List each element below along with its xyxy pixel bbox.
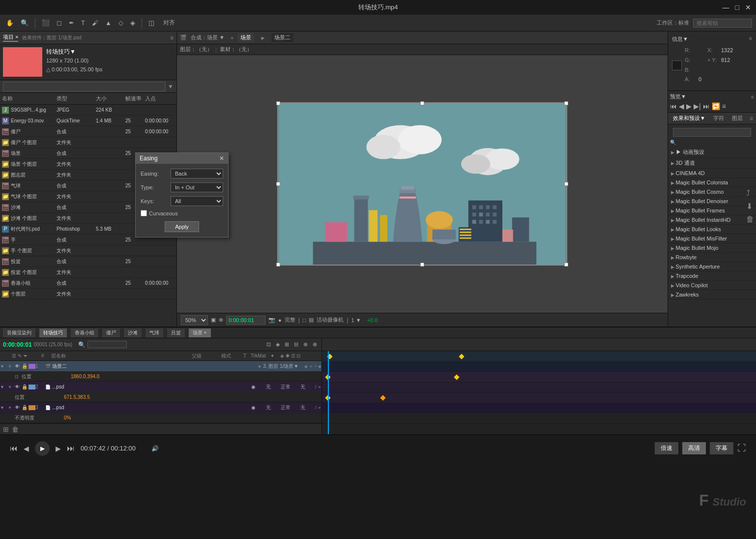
next-frame-btn[interactable]: ⏭ (67, 444, 75, 453)
close-btn[interactable]: ✕ (745, 3, 751, 11)
project-list-item-16[interactable]: 🎬香港小组合成250:00:00:00 (0, 278, 176, 289)
easing-select[interactable]: Back Bounce Elastic Sine (171, 169, 223, 179)
preview-next-btn[interactable]: ▶| (694, 102, 701, 110)
project-list-item-1[interactable]: MEnergy 03.movQuickTime1.4 MB250:00:00:0… (0, 116, 176, 126)
timeline-tab-beach[interactable]: 沙滩 (124, 329, 142, 337)
layer1-lock[interactable]: 🔒 (22, 363, 29, 369)
prev-btn[interactable]: ◀ (24, 445, 29, 452)
timeline-tool-3[interactable]: ⊞ (283, 341, 291, 348)
keyframe-3-2[interactable] (380, 395, 385, 400)
volume-icon[interactable]: 🔊 (151, 445, 159, 452)
info-panel-menu[interactable]: ≡ (749, 35, 752, 43)
effect-category-14[interactable]: Video Copilot (668, 281, 756, 290)
zoom-select[interactable]: 50%100%25% (181, 315, 208, 325)
quality-btn[interactable]: 高清 (682, 442, 706, 454)
effect-category-8[interactable]: Magic Bullet Looks (668, 225, 756, 234)
project-list-item-13[interactable]: 📁手 个图层文件夹 (0, 245, 176, 256)
brush-tool[interactable]: 🖌 (90, 18, 100, 28)
puppet-tool[interactable]: ◈ (128, 18, 137, 28)
preview-last-btn[interactable]: ⏭ (703, 102, 710, 110)
fit-btn[interactable]: ▣ (211, 317, 216, 323)
effect-category-6[interactable]: Magic Bullet Frames (668, 206, 756, 215)
text-tool[interactable]: T (79, 18, 87, 28)
layer1-vis[interactable]: 👁 (15, 363, 22, 369)
align-btn[interactable]: ◫ (146, 18, 156, 28)
timeline-tab-balloon[interactable]: 气球 (145, 329, 163, 337)
timeline-tab-hk[interactable]: 香港小组 (71, 329, 98, 337)
layer3-vis2[interactable]: ◉ (251, 405, 266, 410)
timeline-tab-zombie[interactable]: 僵尸 (102, 329, 120, 337)
effect-category-10[interactable]: Magic Bullet Mojo (668, 243, 756, 253)
tab-scene1[interactable]: 场景 (237, 33, 254, 42)
keyframe-1-2[interactable] (459, 354, 464, 359)
snapshot-btn[interactable]: 📷 (268, 317, 275, 323)
preview-menu-btn[interactable]: ≡ (751, 94, 754, 100)
search-help-input[interactable] (693, 19, 752, 28)
next-btn[interactable]: ▶ (56, 445, 61, 452)
effect-category-9[interactable]: Magic Bullet MisFilter (668, 234, 756, 243)
handle-midleft[interactable] (276, 182, 280, 186)
effect-category-0[interactable]: ▶ 动画预设 (668, 147, 756, 158)
apply-btn[interactable]: Apply (165, 221, 199, 232)
layer-row-2[interactable]: ▼ ☀ 👁 🔒 2 📄 ...psd ◉ 无 正常 无 / ≁ (0, 382, 321, 392)
layer2-vis[interactable]: 👁 (15, 384, 22, 389)
tab-scene2[interactable]: 场景二 (271, 33, 293, 42)
paragraph-tab[interactable]: 图层 (730, 114, 745, 123)
timeline-search-input[interactable] (87, 341, 127, 348)
effects-menu-btn[interactable]: ≡ (750, 115, 753, 122)
panel-menu-btn[interactable]: ≡ (170, 34, 174, 41)
subtitle-btn[interactable]: 字幕 (710, 442, 733, 454)
timeline-tool-6[interactable]: ⊗ (311, 341, 319, 348)
speed-btn[interactable]: 倍速 (655, 442, 678, 454)
layer-row-3[interactable]: ▼ ☀ 👁 🔒 3 📄 ...psd ◉ 无 正常 无 / ≁ (0, 402, 321, 413)
timeline-tab-scene[interactable]: 场景 × (189, 329, 211, 337)
curvaceous-checkbox[interactable] (141, 210, 147, 216)
timeline-tab-basket[interactable]: 吕篮 (167, 329, 185, 337)
eraser-tool[interactable]: ◇ (116, 18, 125, 28)
preview-prev-btn[interactable]: ◀ (679, 102, 684, 110)
preview-first-btn[interactable]: ⏮ (670, 102, 677, 110)
handle-bottomright[interactable] (564, 263, 568, 267)
resolution-btn[interactable]: □ (303, 317, 306, 323)
delete-icon[interactable]: 🗑 (746, 215, 754, 224)
handle-topmid[interactable] (420, 101, 424, 105)
layer3-solo[interactable]: ☀ (8, 405, 15, 410)
effect-category-7[interactable]: Magic Bullet InstantHD (668, 215, 756, 225)
effect-category-15[interactable]: Zawkreks (668, 290, 756, 299)
layer1-solo2[interactable]: ● (258, 364, 263, 369)
timeline-tool-5[interactable]: ⊕ (302, 341, 309, 348)
handle-bottomleft[interactable] (276, 263, 280, 267)
project-list-item-2[interactable]: 🎬僵尸合成250:00:00:00 (0, 126, 176, 137)
share-icon[interactable]: ⤴ (746, 189, 754, 198)
effect-category-2[interactable]: CINEMA 4D (668, 169, 756, 178)
character-tab[interactable]: 字符 (711, 114, 726, 123)
layer-row-1[interactable]: ▼ ☀ 👁 🔒 1 🎬 场景二 ● 3. 图层 1/场景▼ ◈ ≁ + ◈ (0, 361, 321, 372)
effect-category-4[interactable]: Magic Bullet Cosmo (668, 187, 756, 197)
project-list-item-17[interactable]: 📁个图层文件夹 (0, 289, 176, 299)
minimize-btn[interactable]: — (723, 3, 729, 11)
playhead[interactable] (328, 351, 329, 434)
layer3-vis[interactable]: 👁 (15, 405, 22, 410)
project-list-item-14[interactable]: 🎬投篮合成25 (0, 256, 176, 267)
show-channel-btn[interactable]: ● (278, 317, 282, 323)
effect-category-12[interactable]: Synthetic Aperture (668, 262, 756, 271)
effect-category-5[interactable]: Magic Bullet Denoiser (668, 197, 756, 206)
pen-tool[interactable]: ✒ (67, 18, 76, 28)
project-list-item-0[interactable]: JS9GS8PI...4.jpgJPEG224 KB (0, 105, 176, 116)
layer3-expand[interactable]: ▼ (0, 405, 8, 410)
handle-topleft[interactable] (276, 101, 280, 105)
project-list-item-3[interactable]: 📁僵尸 个图层文件夹 (0, 137, 176, 148)
project-list-item-15[interactable]: 📁投篮 个图层文件夹 (0, 267, 176, 278)
comp-settings-icon[interactable]: 🎬 (180, 34, 187, 41)
effect-category-3[interactable]: Magic Bullet Colorista (668, 178, 756, 187)
timeline-tool-2[interactable]: ◈ (274, 341, 281, 348)
effects-control-tab[interactable]: 效果控件：图层 1/场景.psd (22, 34, 81, 41)
handle-bottommid[interactable] (420, 263, 424, 267)
preview-loop-btn[interactable]: 🔁 (712, 102, 720, 110)
handle-topright[interactable] (564, 101, 568, 105)
layer2-solo[interactable]: ☀ (8, 385, 15, 389)
keyframe-2-2[interactable] (454, 374, 459, 380)
layer1-solo[interactable]: ☀ (8, 364, 15, 369)
download-icon[interactable]: ⬇ (746, 202, 754, 211)
effects-search-input[interactable] (673, 128, 751, 137)
